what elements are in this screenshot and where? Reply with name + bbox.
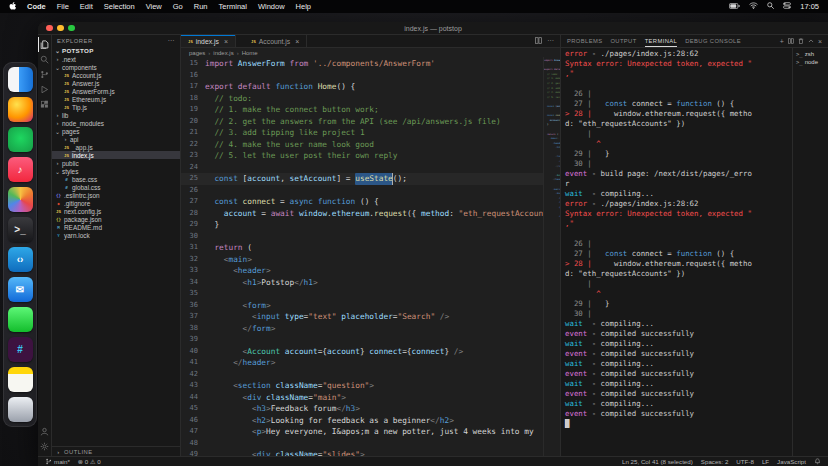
code-line-21[interactable]: 21 // 3. add tipping like project 1 <box>181 127 543 139</box>
dock-firefox-icon[interactable] <box>8 97 33 122</box>
tree-item-api[interactable]: ›api <box>52 135 180 143</box>
panel-tab-output[interactable]: OUTPUT <box>610 35 636 47</box>
editor[interactable]: 15import AnswerForm from '../components/… <box>181 57 560 456</box>
tree-item-account-js[interactable]: JSAccount.js <box>52 71 180 79</box>
tree-item-app-js[interactable]: JS_app.js <box>52 143 180 151</box>
dock-music-icon[interactable]: ♪ <box>8 157 33 182</box>
terminal-output[interactable]: error - ./pages/index.js:28:62Syntax err… <box>561 48 792 456</box>
tree-item-global-css[interactable]: #global.css <box>52 183 180 191</box>
close-window-button[interactable] <box>46 25 53 32</box>
minimize-window-button[interactable] <box>57 25 64 32</box>
code-line-48[interactable]: 48 <box>181 438 543 450</box>
maximize-window-button[interactable] <box>68 25 75 32</box>
code-line-45[interactable]: 45 <h3>Feedback forum</h3> <box>181 403 543 415</box>
terminal-instance-node[interactable]: >_node <box>793 58 828 66</box>
menu-item-help[interactable]: Help <box>296 2 311 11</box>
tree-item-base-css[interactable]: #base.css <box>52 175 180 183</box>
menu-item-run[interactable]: Run <box>194 2 208 11</box>
code-line-31[interactable]: 31 return ( <box>181 242 543 254</box>
code-line-24[interactable]: 24 <box>181 162 543 174</box>
source-control-icon[interactable] <box>38 67 51 82</box>
settings-gear-icon[interactable] <box>38 439 51 454</box>
code-line-29[interactable]: 29 } <box>181 219 543 231</box>
tree-item-eslintrc-json[interactable]: {}.eslintrc.json <box>52 191 180 199</box>
code-line-49[interactable]: 49 <div className="slides"> <box>181 449 543 456</box>
tab-index-js[interactable]: JSindex.js× <box>181 35 236 47</box>
menu-item-terminal[interactable]: Terminal <box>219 2 247 11</box>
minimap[interactable]: import AnswerForm from '../components/An… <box>543 57 560 456</box>
titlebar[interactable]: index.js — potstop <box>38 22 828 35</box>
project-root-row[interactable]: ⌄ POTSTOP <box>52 46 180 55</box>
code-line-33[interactable]: 33 <header> <box>181 265 543 277</box>
code-line-32[interactable]: 32 <main> <box>181 254 543 266</box>
dock-slack-icon[interactable]: # <box>8 337 33 362</box>
code-line-23[interactable]: 23 // 5. let the user post their own rep… <box>181 150 543 162</box>
tree-item-readme-md[interactable]: MREADME.md <box>52 223 180 231</box>
explorer-more-actions-icon[interactable]: ⋯ <box>168 37 176 45</box>
menu-item-code[interactable]: Code <box>27 2 46 11</box>
outline-section[interactable]: › OUTLINE <box>52 446 180 456</box>
dock-terminal-icon[interactable]: >_ <box>8 217 33 242</box>
tree-item-lib[interactable]: ›lib <box>52 111 180 119</box>
terminal-instance-zsh[interactable]: >_zsh <box>793 50 828 58</box>
code-line-27[interactable]: 27 const connect = async function () { <box>181 196 543 208</box>
code-line-44[interactable]: 44 <div className="main"> <box>181 392 543 404</box>
tree-item-ethereum-js[interactable]: JSEthereum.js <box>52 95 180 103</box>
code-line-17[interactable]: 17export default function Home() { <box>181 81 543 93</box>
code-line-15[interactable]: 15import AnswerForm from '../components/… <box>181 58 543 70</box>
code-line-41[interactable]: 41 </header> <box>181 357 543 369</box>
close-tab-icon[interactable]: × <box>224 38 228 45</box>
dock-vscode-icon[interactable]: ‹› <box>8 247 33 272</box>
code-line-18[interactable]: 18 // todo: <box>181 93 543 105</box>
panel-tab-terminal[interactable]: TERMINAL <box>645 35 678 47</box>
spotlight-icon[interactable] <box>767 2 774 11</box>
status-encoding[interactable]: UTF-8 <box>736 458 754 465</box>
menu-item-file[interactable]: File <box>57 2 69 11</box>
code-line-46[interactable]: 46 <h2>Looking for feedback as a beginne… <box>181 415 543 427</box>
code-line-30[interactable]: 30 <box>181 231 543 243</box>
breadcrumb-index-js[interactable]: index.js <box>213 50 233 56</box>
code-area[interactable]: 15import AnswerForm from '../components/… <box>181 58 543 456</box>
status-indentation[interactable]: Spaces: 2 <box>701 458 729 465</box>
more-actions-icon[interactable]: ⋯ <box>547 37 554 45</box>
tree-item-answerform-js[interactable]: JSAnswerForm.js <box>52 87 180 95</box>
explorer-icon[interactable] <box>38 37 51 52</box>
battery-icon[interactable] <box>729 2 740 11</box>
code-line-43[interactable]: 43 <section className="question"> <box>181 380 543 392</box>
status-language-mode[interactable]: JavaScript <box>777 458 806 465</box>
search-icon[interactable] <box>38 52 51 67</box>
code-line-35[interactable]: 35 <box>181 288 543 300</box>
dock-messages-icon[interactable] <box>8 307 33 332</box>
tree-item-components[interactable]: ⌄components <box>52 63 180 71</box>
apple-menu-icon[interactable] <box>9 2 17 11</box>
tab-account-js[interactable]: JSAccount.js× <box>244 35 307 47</box>
status-branch[interactable]: main* <box>45 458 70 466</box>
menu-item-selection[interactable]: Selection <box>104 2 135 11</box>
split-editor-icon[interactable] <box>535 37 542 45</box>
code-line-47[interactable]: 47 <p>Hey everyone, I&apos;m a new potte… <box>181 426 543 438</box>
run-debug-icon[interactable] <box>38 82 51 97</box>
menu-item-edit[interactable]: Edit <box>80 2 93 11</box>
tree-item-next-config-js[interactable]: JSnext.config.js <box>52 207 180 215</box>
code-line-40[interactable]: 40 <Account account={account} connect={c… <box>181 346 543 358</box>
account-icon[interactable] <box>38 424 51 439</box>
breadcrumb-home[interactable]: Home <box>242 50 258 56</box>
code-line-20[interactable]: 20 // 2. get the answers from the API (s… <box>181 116 543 128</box>
panel-tab-problems[interactable]: PROBLEMS <box>567 35 602 47</box>
clock[interactable]: 17:05 <box>800 2 819 11</box>
code-line-37[interactable]: 37 <input type="text" placeholder="Searc… <box>181 311 543 323</box>
split-terminal-icon[interactable] <box>788 38 794 44</box>
dock-photos-icon[interactable] <box>8 187 33 212</box>
tree-item-public[interactable]: ›public <box>52 159 180 167</box>
code-line-34[interactable]: 34 <h1>Potstop</h1> <box>181 277 543 289</box>
tree-item-package-json[interactable]: {}package.json <box>52 215 180 223</box>
code-line-39[interactable]: 39 <box>181 334 543 346</box>
kill-terminal-icon[interactable] <box>798 38 804 44</box>
menu-item-go[interactable]: Go <box>173 2 183 11</box>
code-line-22[interactable]: 22 // 4. make the user name look good <box>181 139 543 151</box>
wifi-icon[interactable] <box>749 2 758 11</box>
code-line-42[interactable]: 42 <box>181 369 543 381</box>
dock-trash-icon[interactable] <box>8 397 33 422</box>
extensions-icon[interactable] <box>38 97 51 112</box>
maximize-panel-icon[interactable] <box>808 38 814 44</box>
